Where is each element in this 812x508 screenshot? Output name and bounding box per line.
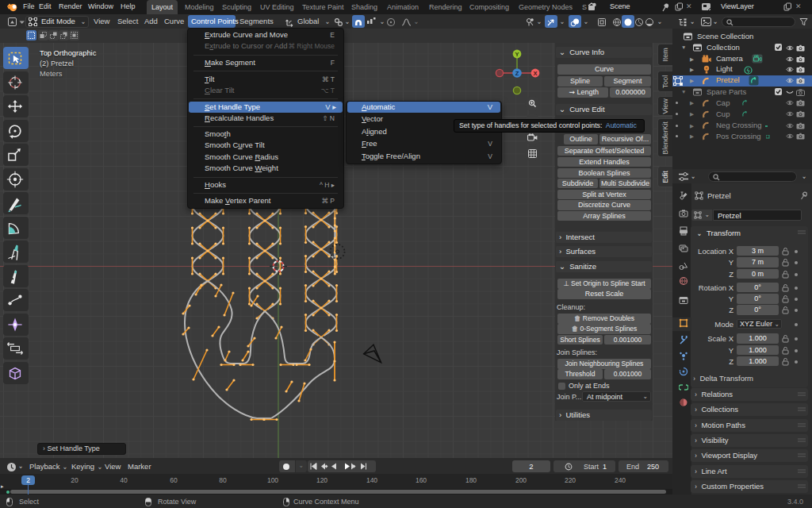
svg-text:Z: Z	[515, 70, 519, 77]
svg-text:Y: Y	[515, 51, 519, 58]
svg-text:X: X	[533, 70, 537, 77]
